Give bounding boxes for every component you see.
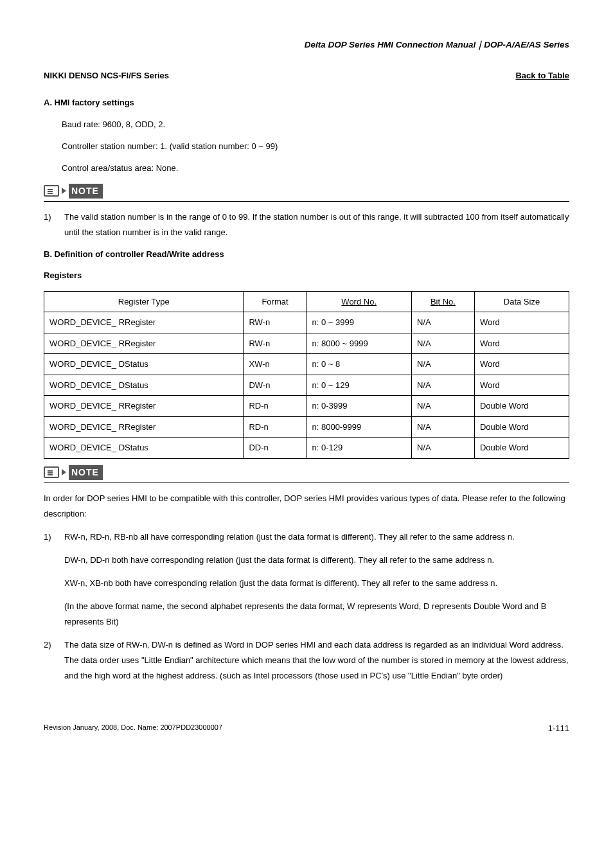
- table-cell: n: 0-129: [306, 438, 411, 459]
- note-badge-2: NOTE: [44, 465, 569, 480]
- registers-table: Register Type Format Word No. Bit No. Da…: [44, 291, 569, 459]
- note2-item: 1)RW-n, RD-n, RB-nb all have correspondi…: [44, 529, 569, 545]
- title-row: NIKKI DENSO NCS-FI/FS Series Back to Tab…: [44, 69, 569, 82]
- item-subpara: XW-n, XB-nb both have corresponding rela…: [64, 576, 569, 591]
- table-cell: Double Word: [474, 438, 569, 459]
- section-b-heading: B. Definition of controller Read/Write a…: [44, 248, 569, 261]
- table-cell: RW-n: [244, 333, 306, 354]
- table-cell: WORD_DEVICE_ RRegister: [44, 312, 244, 333]
- revision-text: Revision January, 2008, Doc. Name: 2007P…: [44, 722, 222, 735]
- table-cell: N/A: [411, 312, 474, 333]
- item-number: 1): [44, 529, 55, 545]
- table-cell: Word: [474, 333, 569, 354]
- table-cell: WORD_DEVICE_ RRegister: [44, 416, 244, 438]
- table-cell: XW-n: [244, 354, 306, 375]
- table-cell: Word: [474, 354, 569, 375]
- table-cell: n: 8000-9999: [306, 416, 411, 438]
- table-cell: N/A: [411, 416, 474, 438]
- table-row: WORD_DEVICE_ DStatusXW-nn: 0 ~ 8N/AWord: [44, 354, 569, 375]
- table-cell: RD-n: [244, 396, 306, 417]
- table-row: WORD_DEVICE_ DStatusDW-nn: 0 ~ 129N/AWor…: [44, 375, 569, 396]
- back-to-table-link[interactable]: Back to Table: [515, 69, 569, 82]
- table-cell: DD-n: [244, 438, 306, 459]
- table-cell: N/A: [411, 396, 474, 417]
- controller-line: Controller station number: 1. (valid sta…: [62, 139, 569, 154]
- control-area-line: Control area/status area: None.: [62, 161, 569, 175]
- item-subpara: DW-n, DD-n both have corresponding relat…: [64, 553, 569, 568]
- table-cell: RW-n: [244, 312, 306, 333]
- table-cell: Double Word: [474, 396, 569, 417]
- table-row: WORD_DEVICE_ RRegisterRW-nn: 8000 ~ 9999…: [44, 333, 569, 354]
- table-cell: Word: [474, 375, 569, 396]
- table-header-row: Register Type Format Word No. Bit No. Da…: [44, 291, 569, 312]
- note1-num: 1): [44, 209, 55, 240]
- th-type: Register Type: [44, 291, 244, 312]
- note-label: NOTE: [69, 184, 103, 199]
- item-number: 2): [44, 637, 55, 684]
- note2-intro: In order for DOP series HMI to be compat…: [44, 491, 569, 522]
- table-cell: Double Word: [474, 416, 569, 438]
- table-cell: n: 0 ~ 3999: [306, 312, 411, 333]
- page-footer: Revision January, 2008, Doc. Name: 2007P…: [44, 722, 569, 735]
- table-cell: N/A: [411, 354, 474, 375]
- item-subpara: (In the above format name, the second al…: [64, 599, 569, 630]
- table-cell: WORD_DEVICE_ RRegister: [44, 396, 244, 417]
- table-cell: n: 0 ~ 129: [306, 375, 411, 396]
- th-word-no: Word No.: [306, 291, 411, 312]
- table-cell: WORD_DEVICE_ DStatus: [44, 354, 244, 375]
- table-cell: WORD_DEVICE_ DStatus: [44, 438, 244, 459]
- table-cell: n: 0-3999: [306, 396, 411, 417]
- table-cell: N/A: [411, 333, 474, 354]
- th-format: Format: [244, 291, 306, 312]
- table-cell: n: 0 ~ 8: [306, 354, 411, 375]
- note-rule-1: [44, 201, 569, 202]
- table-row: WORD_DEVICE_ RRegisterRD-nn: 0-3999N/ADo…: [44, 396, 569, 417]
- table-cell: Word: [474, 312, 569, 333]
- th-size: Data Size: [474, 291, 569, 312]
- table-cell: WORD_DEVICE_ DStatus: [44, 375, 244, 396]
- note-rule-2: [44, 483, 569, 483]
- th-bit-no: Bit No.: [411, 291, 474, 312]
- table-row: WORD_DEVICE_ DStatusDD-nn: 0-129N/ADoubl…: [44, 438, 569, 459]
- baud-line: Baud rate: 9600, 8, ODD, 2.: [62, 118, 569, 132]
- table-row: WORD_DEVICE_ RRegisterRW-nn: 0 ~ 3999N/A…: [44, 312, 569, 333]
- table-cell: N/A: [411, 438, 474, 459]
- table-row: WORD_DEVICE_ RRegisterRD-nn: 8000-9999N/…: [44, 416, 569, 438]
- table-cell: RD-n: [244, 416, 306, 438]
- item-body: The data size of RW-n, DW-n is defined a…: [64, 637, 569, 684]
- note-badge-1: NOTE: [44, 184, 569, 199]
- note-arrow-icon: [62, 469, 66, 475]
- note1-text: The valid station number is in the range…: [64, 209, 569, 240]
- table-cell: WORD_DEVICE_ RRegister: [44, 333, 244, 354]
- note1-item: 1) The valid station number is in the ra…: [44, 209, 569, 240]
- item-body: RW-n, RD-n, RB-nb all have corresponding…: [64, 529, 569, 545]
- note-doc-icon: [44, 185, 59, 197]
- section-a-heading: A. HMI factory settings: [44, 96, 569, 109]
- note-label: NOTE: [69, 465, 103, 480]
- note-doc-icon: [44, 466, 59, 478]
- note-arrow-icon: [62, 188, 66, 194]
- table-cell: DW-n: [244, 375, 306, 396]
- table-cell: n: 8000 ~ 9999: [306, 333, 411, 354]
- manual-header: Delta DOP Series HMI Connection Manual｜D…: [44, 39, 569, 51]
- device-title: NIKKI DENSO NCS-FI/FS Series: [44, 69, 169, 82]
- table-cell: N/A: [411, 375, 474, 396]
- note2-item: 2)The data size of RW-n, DW-n is defined…: [44, 637, 569, 684]
- registers-label: Registers: [44, 269, 569, 282]
- page-number: 1-111: [548, 722, 569, 735]
